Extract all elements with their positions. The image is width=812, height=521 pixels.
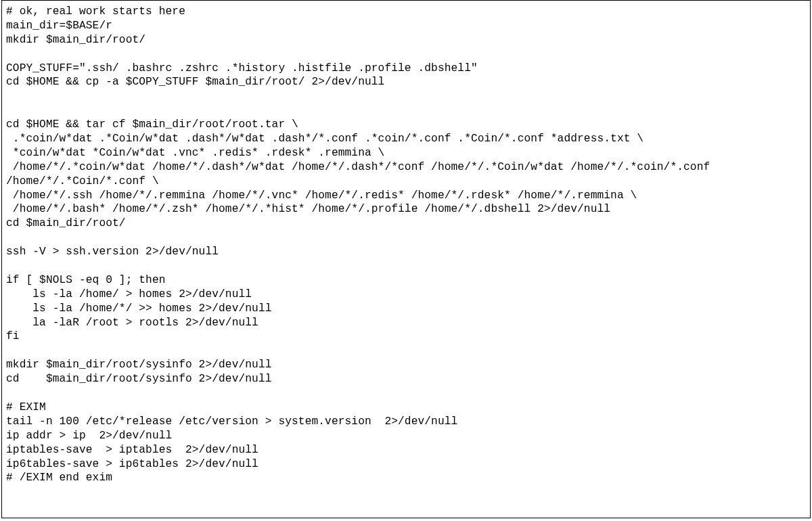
code-container: # ok, real work starts here main_dir=$BA…: [1, 0, 811, 518]
shell-script-code: # ok, real work starts here main_dir=$BA…: [2, 1, 810, 485]
